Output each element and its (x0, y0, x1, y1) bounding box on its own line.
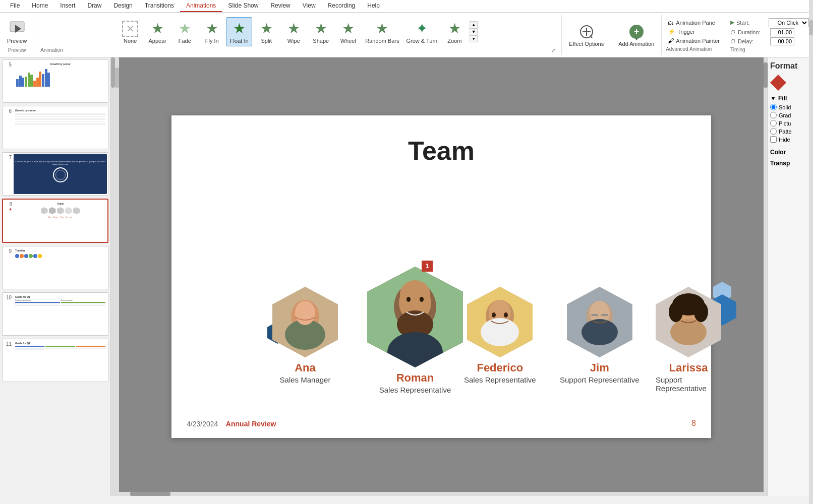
none-icon: ✕ (121, 20, 139, 38)
slide-thumb-11[interactable]: 11 Goals for Q2 (2, 339, 108, 382)
svg-text:+: + (633, 26, 639, 36)
flyin-icon: ★ (203, 20, 221, 38)
anim-appear-button[interactable]: ★ Appear (144, 18, 170, 46)
tab-file[interactable]: File (4, 0, 26, 12)
anim-none-button[interactable]: ✕ None (117, 18, 143, 46)
tab-recording[interactable]: Recording (322, 0, 362, 12)
fill-option-picture[interactable]: Pictu (770, 120, 811, 127)
animation-painter-button[interactable]: 🖌 Animation Painter (666, 36, 722, 45)
anim-growturn-button[interactable]: ✦ Grow & Turn (403, 18, 440, 46)
anim-badge-roman: 1 (422, 261, 433, 272)
anim-flyin-button[interactable]: ★ Fly In (199, 18, 225, 46)
slide-thumb-8[interactable]: 8 Team Ana Roman (2, 199, 108, 243)
animation-pane-button[interactable]: 🗂 Animation Pane (666, 18, 722, 27)
add-animation-button[interactable]: + ★ Add Animation (615, 21, 657, 49)
fill-pattern-radio[interactable] (770, 128, 777, 135)
panel-scrollbar[interactable] (111, 57, 115, 496)
anim-wipe-button[interactable]: ★ Wipe (280, 18, 307, 46)
slide-thumb-9[interactable]: 9 Timeline (2, 246, 108, 289)
anim-split-button[interactable]: ★ Split (253, 18, 279, 46)
right-panel: Format ▼ Fill Solid Grad Pictu P (768, 57, 813, 496)
add-animation-label: Add Animation (618, 41, 654, 47)
start-select[interactable]: On Click (769, 18, 809, 27)
scroll-up-button[interactable]: ▲ (470, 21, 478, 28)
slide-thumb-7[interactable]: 7 Continue as great to work with that re… (2, 152, 108, 196)
slide-num-7: 7 (4, 154, 12, 160)
slide-thumb-5[interactable]: 5 Growth by sector (2, 59, 108, 103)
tab-view[interactable]: View (297, 0, 322, 12)
tab-insert[interactable]: Insert (54, 0, 81, 12)
fill-expand-icon[interactable]: ▼ (770, 95, 776, 102)
team-member-federico[interactable]: Federico Sales Representative (464, 287, 536, 384)
team-member-ana[interactable]: Ana Sales Manager (272, 287, 338, 384)
anim-zoom-button[interactable]: ★ Zoom (441, 18, 468, 46)
jim-name: Jim (590, 361, 609, 374)
animation-group-label: Animation ⤢ (38, 47, 557, 53)
fill-picture-radio[interactable] (770, 120, 777, 127)
roman-photo (367, 267, 463, 367)
slide-num-6: 6 (4, 107, 12, 114)
slide-img-8: Team Ana Roman Fede Jim (14, 201, 106, 241)
fill-option-solid[interactable]: Solid (770, 104, 811, 110)
anim-fade-button[interactable]: ★ Fade (171, 18, 198, 46)
trigger-button[interactable]: ⚡ Trigger (666, 27, 722, 36)
scroll-more-button[interactable]: ▾ (470, 35, 478, 42)
tab-help[interactable]: Help (361, 0, 386, 12)
slide-vscrollbar[interactable] (764, 57, 768, 496)
ana-photo (272, 287, 338, 357)
slide-thumb-10[interactable]: 10 Goals for Q1 Employee opportunities (2, 292, 108, 336)
slide-footer: 4/23/2024 Annual Review (187, 420, 276, 428)
tab-review[interactable]: Review (264, 0, 296, 12)
animation-scroll[interactable]: ▲ ▼ ▾ (470, 21, 478, 42)
ana-role: Sales Manager (280, 375, 331, 384)
trigger-icon: ⚡ (668, 28, 675, 35)
tab-animations[interactable]: Animations (180, 0, 222, 12)
anim-zoom-label: Zoom (447, 38, 461, 44)
team-member-roman[interactable]: 1 (367, 267, 463, 394)
team-member-jim[interactable]: Jim Support Representative (560, 287, 640, 384)
fill-option-hide[interactable]: Hide (770, 136, 811, 143)
anim-split-label: Split (261, 38, 272, 44)
duration-input[interactable]: 01,00 (770, 28, 794, 36)
animation-expand-icon[interactable]: ⤢ (551, 47, 555, 53)
larissa-name: Larissa (669, 361, 708, 374)
left-scroll[interactable] (115, 57, 119, 496)
tab-transitions[interactable]: Transitions (139, 0, 180, 12)
fill-option-grad[interactable]: Grad (770, 112, 811, 118)
color-label: Color (770, 149, 811, 156)
effect-options-group: Effect Options (562, 15, 611, 55)
tab-design[interactable]: Design (107, 0, 138, 12)
federico-role: Sales Representative (464, 375, 536, 384)
fill-solid-radio[interactable] (770, 104, 777, 110)
tab-slideshow[interactable]: Slide Show (222, 0, 264, 12)
preview-button[interactable]: Preview (4, 18, 30, 46)
slide-num-5: 5 (4, 61, 12, 68)
slide-thumb-6[interactable]: 6 Growth by sector (2, 106, 108, 149)
scroll-down-button[interactable]: ▼ (470, 28, 478, 35)
slide-hscrollbar[interactable] (115, 492, 764, 496)
team-member-larissa[interactable]: Larissa Support Representative (656, 287, 721, 393)
anim-shape-button[interactable]: ★ Shape (308, 18, 334, 46)
anim-none-label: None (124, 38, 137, 44)
slide-num-10: 10 (4, 294, 12, 300)
fill-hide-label: Hide (779, 137, 790, 143)
tab-home[interactable]: Home (26, 0, 54, 12)
wipe-icon: ★ (284, 20, 303, 38)
anim-floatin-button[interactable]: ★ Float In (226, 17, 252, 46)
tab-draw[interactable]: Draw (81, 0, 107, 12)
fill-grad-radio[interactable] (770, 112, 777, 118)
duration-label: Duration: (738, 29, 768, 35)
fill-hide-checkbox[interactable] (770, 136, 777, 143)
paint-bucket-icon[interactable] (770, 75, 786, 91)
effect-options-button[interactable]: Effect Options (566, 21, 607, 49)
slide-main: Team Ana Sales Manager (115, 57, 768, 496)
anim-randombars-button[interactable]: ★ Random Bars (362, 18, 402, 46)
anim-wheel-button[interactable]: ★ Wheel (335, 18, 361, 46)
trigger-label: Trigger (677, 29, 694, 35)
delay-input[interactable]: 00,00 (770, 37, 794, 45)
right-panel-scrollbar[interactable] (809, 0, 813, 504)
federico-name: Federico (477, 361, 523, 374)
fill-option-pattern[interactable]: Patte (770, 128, 811, 135)
svg-text:★: ★ (635, 37, 638, 41)
ana-name: Ana (295, 361, 316, 374)
